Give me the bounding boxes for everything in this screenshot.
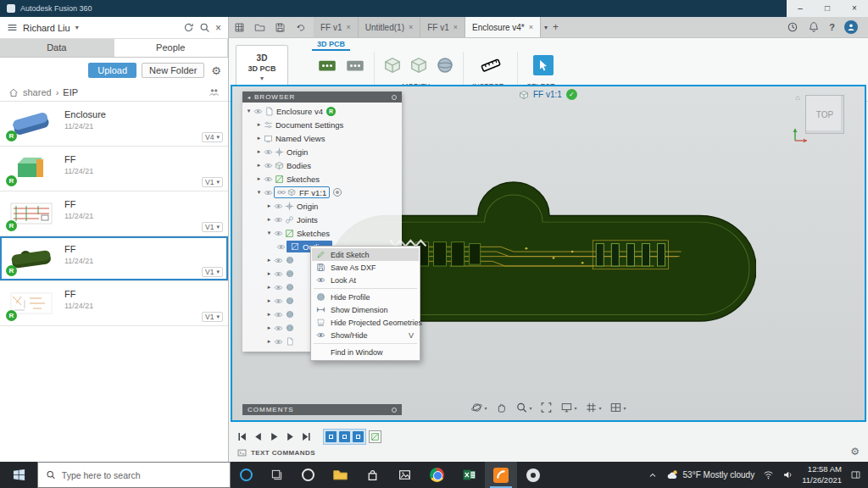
tree-row-origin[interactable]: ▸ Origin [242,145,402,158]
grid-settings-button[interactable]: ▾ [586,402,602,413]
doc-tab-enclosure-v4-active[interactable]: Enclosure v4*× [465,17,541,37]
sphere-tool-icon[interactable] [436,56,454,75]
model-viewport-canvas[interactable]: ◂ BROWSER ▾ Enclosure v4 R ▸ [231,85,866,422]
visibility-eye-icon[interactable] [276,242,286,252]
taskbar-app-store[interactable] [356,462,388,488]
menu-item-hide-projected-geometries[interactable]: Hide Projected Geometries [312,316,419,329]
tab-close-icon[interactable]: × [453,23,458,31]
taskbar-app-chrome[interactable] [420,462,453,488]
menu-item-show-dimension[interactable]: Show Dimension [312,303,419,316]
version-dropdown[interactable]: V1▾ [202,267,223,277]
collapse-panel-icon[interactable]: ◂ [248,94,251,100]
tab-list-caret-icon[interactable]: ▾ [544,24,548,31]
menu-item-show-hide[interactable]: Show/Hide V [312,329,419,341]
visibility-eye-icon[interactable] [274,310,283,319]
task-view-button[interactable] [261,462,292,488]
file-card-ff-4[interactable]: R FF 11/24/21 V1▾ [0,281,228,326]
taskbar-app-browser[interactable] [292,462,324,488]
save-icon[interactable] [275,22,286,33]
expand-caret-icon[interactable]: ▸ [265,216,273,223]
expand-caret-icon[interactable]: ▾ [255,189,263,196]
timeline-play-icon[interactable] [270,432,279,441]
activate-component-radio[interactable] [333,188,342,197]
file-card-ff-2[interactable]: R FF 11/24/21 V1▾ [0,191,228,236]
tree-row-component-origin[interactable]: ▸ Origin [242,199,402,213]
cortana-button[interactable] [231,462,261,488]
app-grid-icon[interactable] [234,22,245,33]
expand-caret-icon[interactable]: ▸ [255,135,263,141]
tree-row-document-settings[interactable]: ▸ Document Settings [242,118,402,131]
expand-caret-icon[interactable]: ▸ [255,162,263,169]
timeline-skip-start-icon[interactable] [237,432,247,441]
visibility-eye-icon[interactable] [274,202,283,211]
text-commands-bar[interactable]: TEXT COMMANDS [237,448,315,458]
panel-options-icon[interactable] [392,408,397,413]
taskbar-search-box[interactable] [37,462,231,488]
edit-in-place-check-icon[interactable]: ✓ [566,89,577,100]
new-tab-plus-icon[interactable]: + [553,21,559,33]
tab-close-icon[interactable]: × [529,23,533,31]
viewcube-home-icon[interactable]: ⌂ [796,93,800,102]
expand-caret-icon[interactable]: ▾ [265,230,273,236]
user-name[interactable]: Richard Liu [23,23,70,33]
tree-row-joints[interactable]: ▸ Joints [242,213,402,226]
notifications-bell-icon[interactable] [808,21,820,33]
collaborators-icon[interactable] [209,86,220,97]
visibility-eye-icon[interactable] [264,161,273,170]
visibility-eye-icon[interactable] [274,297,283,306]
menu-hamburger-icon[interactable] [7,22,18,33]
job-status-icon[interactable] [787,21,798,33]
fit-button[interactable] [540,402,552,413]
tree-row-component-sketches[interactable]: ▾ Sketches [242,226,402,240]
visibility-eye-icon[interactable] [274,337,283,347]
user-avatar[interactable] [844,20,858,34]
upload-button[interactable]: Upload [88,63,136,78]
action-center-icon[interactable] [850,469,861,480]
visibility-eye-icon[interactable] [274,215,283,225]
tab-people[interactable]: People [114,39,229,57]
doc-tab-ff-v1-b[interactable]: FF v1× [420,17,465,37]
version-dropdown[interactable]: V4▾ [202,132,223,142]
version-dropdown[interactable]: V1▾ [202,222,223,232]
volume-icon[interactable] [782,469,793,480]
new-folder-button[interactable]: New Folder [142,63,204,78]
search-input[interactable] [62,470,222,480]
doc-tab-ff-v1-a[interactable]: FF v1× [314,17,359,37]
zoom-button[interactable]: ▾ [515,402,531,413]
expand-caret-icon[interactable]: ▸ [265,202,273,209]
file-card-enclosure[interactable]: R Enclosure 11/24/21 V4▾ [0,102,228,147]
menu-item-look-at[interactable]: Look At [312,274,419,286]
measure-tool-icon[interactable] [481,55,501,75]
file-card-ff-1[interactable]: R FF 11/24/21 V1▾ [0,147,228,191]
timeline-component-item[interactable] [326,431,337,442]
timeline-step-forward-icon[interactable] [286,432,295,441]
taskbar-app-file-explorer[interactable] [324,462,356,488]
menu-item-edit-sketch[interactable]: Edit Sketch [312,248,419,261]
tree-row-sketches[interactable]: ▸ Sketches [242,172,402,186]
visibility-eye-icon[interactable] [274,256,283,265]
timeline-skip-end-icon[interactable] [302,432,311,441]
workspace-switcher[interactable]: 3D3D PCB 3D PCB ▾ [236,45,288,91]
expand-caret-icon[interactable]: ▸ [255,121,263,128]
tab-close-icon[interactable]: × [409,23,413,31]
visibility-eye-icon[interactable] [274,229,283,238]
maximize-button[interactable]: □ [814,0,841,17]
tree-row-ff-v1-component[interactable]: ▾ FF v1:1 [242,186,402,199]
menu-item-hide-profile[interactable]: Hide Profile [312,291,419,303]
tree-row-bodies[interactable]: ▸ Bodies [242,158,402,172]
timeline-sketch-item[interactable] [369,430,381,443]
home-icon[interactable] [8,87,19,97]
visibility-eye-icon[interactable] [264,175,273,184]
linked-component-box[interactable]: FF v1:1 [274,186,330,198]
user-dropdown-caret-icon[interactable]: ▾ [75,24,79,31]
visibility-eye-icon[interactable] [264,147,273,157]
version-dropdown[interactable]: V1▾ [202,312,223,322]
select-tool-active[interactable] [533,55,554,75]
close-panel-icon[interactable]: × [215,22,221,34]
menu-item-find-in-window[interactable]: Find in Window [312,346,419,358]
show-hidden-icons-chevron[interactable] [648,470,658,480]
visibility-eye-icon[interactable] [274,324,283,333]
pcb-layout-tool-icon[interactable] [345,55,365,75]
tab-data[interactable]: Data [0,39,114,57]
search-icon[interactable] [199,22,210,33]
